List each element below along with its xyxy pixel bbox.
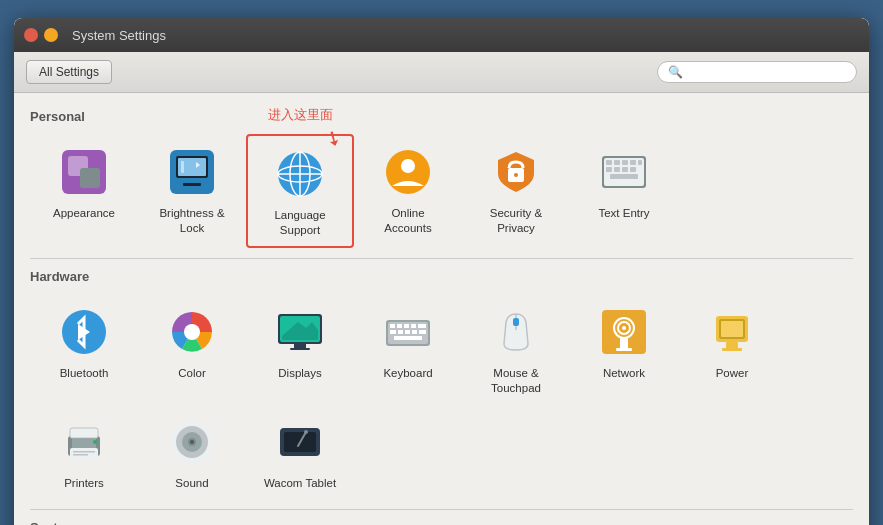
svg-rect-48 — [419, 330, 426, 334]
svg-rect-29 — [610, 174, 638, 179]
hardware-system-divider — [30, 509, 853, 510]
svg-rect-20 — [606, 160, 612, 165]
bluetooth-icon — [56, 304, 112, 360]
text-entry-item[interactable]: Text Entry — [570, 134, 678, 248]
svg-rect-6 — [188, 178, 196, 183]
svg-rect-51 — [513, 318, 519, 326]
svg-rect-47 — [412, 330, 417, 334]
online-accounts-item[interactable]: OnlineAccounts — [354, 134, 462, 248]
svg-rect-35 — [294, 344, 306, 348]
svg-rect-26 — [614, 167, 620, 172]
svg-rect-40 — [397, 324, 402, 328]
appearance-label: Appearance — [53, 206, 115, 221]
personal-section-title: Personal — [30, 109, 853, 124]
svg-rect-28 — [630, 167, 636, 172]
close-button[interactable] — [24, 28, 38, 42]
online-accounts-label: OnlineAccounts — [384, 206, 431, 236]
brightness-lock-label: Brightness &Lock — [159, 206, 224, 236]
color-label: Color — [178, 366, 205, 381]
color-item[interactable]: Color — [138, 294, 246, 404]
svg-rect-49 — [394, 336, 422, 340]
network-icon — [596, 304, 652, 360]
sound-item[interactable]: Sound — [138, 404, 246, 499]
personal-hardware-divider — [30, 258, 853, 259]
search-input[interactable] — [689, 65, 846, 79]
search-box: 🔍 — [657, 61, 857, 83]
svg-rect-22 — [622, 160, 628, 165]
svg-rect-7 — [183, 183, 201, 186]
power-icon — [704, 304, 760, 360]
displays-icon — [272, 304, 328, 360]
security-privacy-label: Security &Privacy — [490, 206, 542, 236]
security-privacy-icon — [488, 144, 544, 200]
keyboard-label: Keyboard — [383, 366, 432, 381]
text-entry-icon — [596, 144, 652, 200]
svg-rect-61 — [726, 342, 738, 348]
printers-icon — [56, 414, 112, 470]
mouse-touchpad-item[interactable]: Mouse &Touchpad — [462, 294, 570, 404]
svg-rect-67 — [73, 451, 95, 453]
search-icon: 🔍 — [668, 65, 683, 79]
svg-rect-41 — [404, 324, 409, 328]
bluetooth-label: Bluetooth — [60, 366, 109, 381]
printers-item[interactable]: Printers — [30, 404, 138, 499]
system-section-title: System — [30, 520, 853, 525]
all-settings-button[interactable]: All Settings — [26, 60, 112, 84]
language-support-icon — [272, 146, 328, 202]
minimize-button[interactable] — [44, 28, 58, 42]
wacom-tablet-label: Wacom Tablet — [264, 476, 336, 491]
svg-rect-23 — [630, 160, 636, 165]
keyboard-icon — [380, 304, 436, 360]
wacom-tablet-item[interactable]: Wacom Tablet — [246, 404, 354, 499]
language-support-label: LanguageSupport — [274, 208, 325, 238]
toolbar: All Settings 🔍 — [14, 52, 869, 93]
keyboard-item[interactable]: Keyboard — [354, 294, 462, 404]
bluetooth-item[interactable]: Bluetooth — [30, 294, 138, 404]
svg-point-55 — [622, 326, 626, 330]
svg-rect-65 — [70, 428, 98, 438]
svg-rect-60 — [721, 321, 743, 337]
svg-rect-62 — [722, 348, 742, 351]
sound-label: Sound — [175, 476, 208, 491]
personal-items-grid: Appearance Brightness &Lock — [30, 134, 853, 248]
system-settings-window: System Settings All Settings 🔍 Personal — [14, 18, 869, 525]
network-item[interactable]: Network — [570, 294, 678, 404]
svg-rect-8 — [181, 161, 184, 173]
hardware-items-grid: Bluetooth Color — [30, 294, 853, 499]
network-label: Network — [603, 366, 645, 381]
appearance-item[interactable]: Appearance — [30, 134, 138, 248]
svg-rect-25 — [606, 167, 612, 172]
svg-rect-43 — [418, 324, 426, 328]
svg-rect-57 — [616, 348, 632, 351]
svg-point-74 — [190, 440, 194, 444]
mouse-touchpad-label: Mouse &Touchpad — [491, 366, 541, 396]
displays-label: Displays — [278, 366, 321, 381]
language-support-item[interactable]: 进入这里面 ➘ LanguageSupport — [246, 134, 354, 248]
svg-rect-21 — [614, 160, 620, 165]
svg-point-17 — [514, 173, 518, 177]
security-privacy-item[interactable]: Security &Privacy — [462, 134, 570, 248]
svg-point-15 — [401, 159, 415, 173]
brightness-lock-item[interactable]: Brightness &Lock — [138, 134, 246, 248]
power-item[interactable]: Power — [678, 294, 786, 404]
brightness-lock-icon — [164, 144, 220, 200]
svg-rect-46 — [405, 330, 410, 334]
power-label: Power — [716, 366, 749, 381]
svg-point-69 — [93, 440, 97, 444]
content-area: Personal Appearance — [14, 93, 869, 525]
svg-rect-44 — [390, 330, 396, 334]
svg-point-78 — [304, 430, 308, 434]
wacom-tablet-icon — [272, 414, 328, 470]
svg-rect-27 — [622, 167, 628, 172]
svg-rect-2 — [80, 168, 100, 188]
sound-icon — [164, 414, 220, 470]
displays-item[interactable]: Displays — [246, 294, 354, 404]
text-entry-label: Text Entry — [598, 206, 649, 221]
hardware-section-title: Hardware — [30, 269, 853, 284]
svg-rect-68 — [73, 454, 88, 456]
svg-rect-24 — [638, 160, 642, 165]
svg-rect-39 — [390, 324, 395, 328]
svg-rect-45 — [398, 330, 403, 334]
printers-label: Printers — [64, 476, 104, 491]
svg-rect-36 — [290, 348, 310, 350]
